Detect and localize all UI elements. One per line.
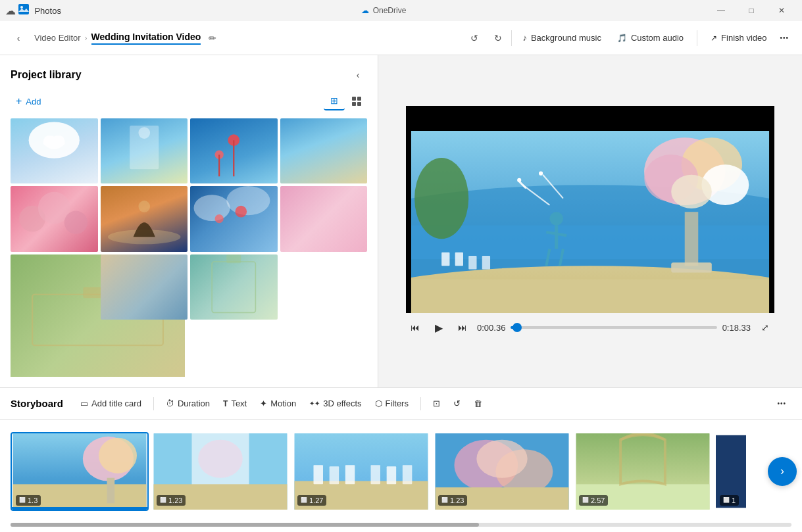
- duration-button[interactable]: ⏱ Duration: [159, 395, 216, 412]
- project-title: Wedding Invitation Video: [91, 32, 201, 45]
- media-item[interactable]: [11, 186, 98, 251]
- svg-rect-5: [352, 102, 356, 106]
- media-item[interactable]: [11, 118, 98, 183]
- panel-title: Project library: [11, 69, 82, 81]
- media-item[interactable]: [101, 186, 188, 251]
- onedrive-label: OneDrive: [373, 6, 407, 15]
- redo-button[interactable]: ↻: [488, 28, 509, 49]
- media-item[interactable]: [101, 254, 188, 320]
- minimize-button[interactable]: —: [706, 0, 736, 21]
- title-card-icon: ▭: [80, 399, 88, 408]
- media-item[interactable]: [190, 254, 278, 320]
- image-icon: ⬜: [19, 497, 26, 503]
- finish-icon: ↗: [711, 34, 717, 43]
- delete-button[interactable]: 🗑: [467, 395, 489, 412]
- undo-redo-group: ↺ ↻: [464, 28, 509, 49]
- filters-button[interactable]: ⬡ Filters: [368, 395, 415, 412]
- storyboard-toolbar: Storyboard ▭ Add title card ⏱ Duration T…: [0, 388, 802, 420]
- play-button[interactable]: ▶: [430, 318, 448, 337]
- add-icon: +: [16, 95, 22, 107]
- split-button[interactable]: ⊡: [426, 395, 447, 412]
- image-icon: ⬜: [160, 497, 166, 503]
- storyboard-next-button[interactable]: ›: [768, 457, 797, 486]
- text-button[interactable]: T Text: [216, 395, 253, 412]
- storyboard-item[interactable]: ⬜ 1.3: [11, 432, 149, 511]
- svg-rect-43: [482, 256, 490, 270]
- finish-video-label: Finish video: [721, 33, 766, 43]
- image-icon: ⬜: [441, 497, 448, 503]
- media-item[interactable]: [190, 186, 278, 251]
- finish-video-button[interactable]: ↗ Finish video: [703, 29, 774, 47]
- maximize-button[interactable]: □: [736, 0, 766, 21]
- progress-thumb: [513, 323, 522, 332]
- more-options-button[interactable]: •••: [774, 30, 794, 45]
- edit-title-icon[interactable]: ✏: [209, 33, 216, 43]
- add-media-button[interactable]: + Add: [11, 93, 46, 110]
- svg-rect-39: [671, 262, 712, 272]
- add-title-card-button[interactable]: ▭ Add title card: [74, 395, 148, 412]
- background-music-label: Background music: [531, 33, 601, 43]
- duration-value: 1.27: [309, 496, 323, 504]
- storyboard-item[interactable]: ⬜ 1.23: [151, 432, 289, 511]
- custom-audio-button[interactable]: 🎵 Custom audio: [609, 29, 691, 47]
- progress-bar[interactable]: [511, 326, 716, 329]
- media-item[interactable]: [101, 118, 188, 183]
- add-title-card-label: Add title card: [91, 399, 141, 408]
- media-item[interactable]: [190, 118, 278, 183]
- duration-value: 1.23: [450, 496, 464, 504]
- collapse-panel-button[interactable]: ‹: [349, 66, 367, 84]
- effects-3d-button[interactable]: ✦✦ 3D effects: [303, 395, 368, 412]
- image-icon: ⬜: [582, 497, 589, 503]
- undo-button[interactable]: ↺: [464, 28, 485, 49]
- storyboard-item[interactable]: ⬜ 1.23: [433, 432, 571, 511]
- main-layout: Project library ‹ + Add ⊞: [0, 55, 802, 387]
- storyboard-item[interactable]: ⬜ 1.27: [292, 432, 430, 511]
- storyboard-divider-2: [420, 397, 421, 410]
- skip-back-button[interactable]: ⏮: [406, 318, 424, 337]
- back-button[interactable]: ‹: [8, 28, 29, 49]
- app-title: Photos: [34, 6, 61, 16]
- music-icon: ♪: [522, 33, 527, 43]
- breadcrumb-separator: ›: [85, 34, 88, 43]
- view-large-button[interactable]: ⊞: [324, 92, 345, 110]
- svg-point-53: [539, 171, 543, 175]
- video-controls: ⏮ ▶ ⏭ 0:00.36 0:18.33 ⤢: [406, 318, 774, 337]
- storyboard-scrollbar[interactable]: [11, 523, 791, 527]
- storyboard-item[interactable]: ⬜ 2.57: [574, 432, 712, 511]
- svg-rect-4: [357, 97, 361, 101]
- svg-rect-67: [314, 465, 324, 484]
- delete-icon: 🗑: [474, 399, 482, 408]
- svg-point-21: [215, 214, 224, 223]
- svg-rect-25: [212, 262, 255, 312]
- media-item[interactable]: [280, 186, 368, 251]
- close-button[interactable]: ✕: [766, 0, 797, 21]
- media-item[interactable]: [280, 118, 368, 183]
- effects-icon: ✦✦: [309, 400, 320, 407]
- breadcrumb-home[interactable]: Video Editor: [34, 33, 81, 43]
- storyboard-title: Storyboard: [11, 398, 63, 409]
- duration-value: 2.57: [591, 496, 605, 504]
- svg-rect-55: [769, 131, 774, 313]
- svg-rect-38: [685, 212, 699, 266]
- more-icon: •••: [780, 34, 789, 41]
- custom-audio-label: Custom audio: [631, 33, 684, 43]
- fullscreen-button[interactable]: ⤢: [756, 318, 774, 337]
- storyboard-item[interactable]: ⬜ 1: [714, 432, 747, 511]
- storyboard-more-button[interactable]: •••: [772, 397, 791, 410]
- svg-rect-6: [357, 102, 361, 106]
- storyboard-duration: ⬜ 1.23: [157, 495, 186, 506]
- svg-rect-31: [406, 279, 774, 313]
- motion-label: Motion: [270, 399, 296, 408]
- split-icon: ⊡: [433, 399, 440, 408]
- image-icon: ⬜: [301, 497, 307, 503]
- svg-point-37: [671, 175, 712, 208]
- background-music-button[interactable]: ♪ Background music: [514, 29, 609, 47]
- svg-point-18: [138, 201, 150, 212]
- motion-button[interactable]: ✦ Motion: [253, 395, 303, 412]
- storyboard-duration: ⬜ 1.23: [438, 495, 467, 506]
- view-small-button[interactable]: [346, 92, 367, 110]
- skip-forward-button[interactable]: ⏭: [453, 318, 472, 337]
- speed-button[interactable]: ↺: [447, 395, 467, 412]
- svg-point-51: [517, 178, 521, 182]
- project-library-panel: Project library ‹ + Add ⊞: [0, 55, 378, 387]
